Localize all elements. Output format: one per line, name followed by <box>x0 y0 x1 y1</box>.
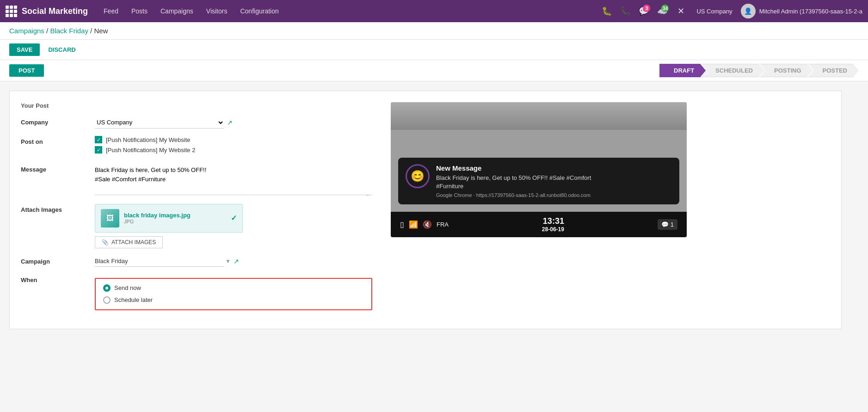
preview-header-bg <box>391 102 687 130</box>
form-left: Your Post Company US Company ↗ <box>21 102 372 318</box>
send-now-radio[interactable] <box>103 284 111 292</box>
status-posted[interactable]: POSTED <box>808 64 859 77</box>
when-value: Send now Schedule later <box>95 274 372 310</box>
poston-label-2: [Push Notifications] My Website 2 <box>106 147 195 154</box>
form-section-title: Your Post <box>21 102 372 109</box>
campaign-label: Campaign <box>21 256 95 265</box>
image-attachment: 🖼 black friday images.jpg JPG ✓ <box>95 204 243 233</box>
discard-button[interactable]: DISCARD <box>44 43 79 56</box>
poston-checkbox-2[interactable]: ✓ <box>95 146 102 154</box>
activity-icon[interactable]: ☁️ 34 <box>655 4 670 18</box>
wifi-icon: 📶 <box>409 220 418 229</box>
status-scheduled[interactable]: SCHEDULED <box>701 64 764 77</box>
send-now-row: Send now <box>103 284 364 292</box>
avatar[interactable]: 👤 <box>741 4 756 18</box>
status-draft[interactable]: DRAFT <box>659 64 706 77</box>
time-display: 13:31 <box>542 216 564 226</box>
breadcrumb-campaign[interactable]: Black Friday <box>50 27 88 35</box>
poston-label-1: [Push Notifications] My Website <box>106 136 191 143</box>
poston-checkbox-1[interactable]: ✓ <box>95 136 102 143</box>
send-now-label: Send now <box>114 284 141 291</box>
date-display: 28-06-19 <box>542 226 564 233</box>
image-type: JPG <box>124 219 226 224</box>
campaign-select-display[interactable]: Black Friday <box>95 256 224 267</box>
menu-visitors[interactable]: Visitors <box>200 0 234 22</box>
form-card: Your Post Company US Company ↗ <box>9 91 842 329</box>
menu-configuration[interactable]: Configuration <box>234 0 285 22</box>
notification-avatar: 😊 <box>406 164 430 188</box>
notification-card: 😊 New Message Black Friday is here, Get … <box>398 158 679 204</box>
message-textarea[interactable]: Black Friday is here, Get up to 50% OFF!… <box>95 164 372 195</box>
image-filename: black friday images.jpg <box>124 212 226 219</box>
company-value: US Company ↗ <box>95 117 372 129</box>
menu-campaigns[interactable]: Campaigns <box>154 0 200 22</box>
user-menu[interactable]: Mitchell Admin (17397560-saas-15-2-a <box>759 8 862 15</box>
schedule-later-label: Schedule later <box>114 296 153 303</box>
attach-images-label: Attach Images <box>21 204 95 213</box>
notification-title: New Message <box>436 164 672 172</box>
paperclip-icon: 📎 <box>102 239 109 246</box>
notification-content: New Message Black Friday is here, Get up… <box>436 164 672 198</box>
image-info: black friday images.jpg JPG <box>124 212 226 224</box>
status-pipeline: DRAFT SCHEDULED POSTING POSTED <box>659 64 859 77</box>
menu-feed[interactable]: Feed <box>97 0 125 22</box>
phone-icon[interactable]: 📞 <box>618 4 633 18</box>
status-posting[interactable]: POSTING <box>760 64 813 77</box>
schedule-later-radio[interactable] <box>103 296 111 304</box>
notification-message: Black Friday is here, Get up to 50% OFF!… <box>436 174 672 191</box>
breadcrumb-bar: Campaigns / Black Friday / New <box>0 22 868 40</box>
company-select-wrapper: US Company ↗ <box>95 117 372 129</box>
breadcrumb-current: New <box>94 27 108 35</box>
image-check-icon: ✓ <box>231 214 237 222</box>
topnav-icons: 🐛 📞 💬 3 ☁️ 34 ✕ US Company 👤 Mitchell Ad… <box>599 4 862 18</box>
when-row: When Send now Schedule later <box>21 274 372 310</box>
campaign-row: Campaign Black Friday ▼ ↗ <box>21 256 372 267</box>
attach-images-row: Attach Images 🖼 black friday images.jpg … <box>21 204 372 248</box>
image-thumbnail: 🖼 <box>101 209 119 228</box>
poston-item-2: ✓ [Push Notifications] My Website 2 <box>95 146 372 154</box>
company-selector[interactable]: US Company <box>692 8 737 15</box>
menu-posts[interactable]: Posts <box>125 0 154 22</box>
attach-images-button[interactable]: 📎 ATTACH IMAGES <box>95 236 163 248</box>
notification-source: Google Chrome · https://17397560-saas-15… <box>436 192 672 198</box>
mute-icon: 🔇 <box>423 220 432 229</box>
bug-icon[interactable]: 🐛 <box>599 4 614 18</box>
company-row: Company US Company ↗ <box>21 117 372 129</box>
message-count: 1 <box>671 221 674 228</box>
locale-label: FRA <box>437 221 449 228</box>
poston-item-1: ✓ [Push Notifications] My Website <box>95 136 372 143</box>
campaign-external-link-icon[interactable]: ↗ <box>234 258 239 265</box>
poston-row: Post on ✓ [Push Notifications] My Websit… <box>21 136 372 156</box>
post-header-bar: POST DRAFT SCHEDULED POSTING POSTED <box>0 60 868 81</box>
app-title: Social Marketing <box>22 6 88 16</box>
message-count-box: 💬 1 <box>658 219 677 230</box>
attach-images-value: 🖼 black friday images.jpg JPG ✓ 📎 ATTACH… <box>95 204 372 248</box>
app-logo[interactable]: Social Marketing <box>6 6 88 17</box>
chat-icon[interactable]: 💬 3 <box>636 4 651 18</box>
campaign-value-wrapper: Black Friday ▼ ↗ <box>95 256 372 267</box>
when-options-box: Send now Schedule later <box>95 278 372 310</box>
message-field-wrapper: Black Friday is here, Get up to 50% OFF!… <box>95 164 372 197</box>
preview-container: 😊 New Message Black Friday is here, Get … <box>391 102 687 237</box>
schedule-later-row: Schedule later <box>103 296 364 304</box>
company-external-link-icon[interactable]: ↗ <box>227 119 233 126</box>
battery-icon: ▯ <box>400 220 404 229</box>
company-label: Company <box>21 117 95 126</box>
activity-badge: 34 <box>661 5 669 12</box>
campaign-select-wrapper: Black Friday ▼ ↗ <box>95 256 372 267</box>
close-icon[interactable]: ✕ <box>673 4 688 18</box>
save-button[interactable]: SAVE <box>9 43 40 56</box>
when-label: When <box>21 274 95 283</box>
campaign-dropdown-icon: ▼ <box>225 258 231 264</box>
breadcrumb: Campaigns / Black Friday / New <box>9 27 859 35</box>
company-select[interactable]: US Company <box>95 117 224 129</box>
breadcrumb-campaigns[interactable]: Campaigns <box>9 27 44 35</box>
post-button[interactable]: POST <box>9 64 44 77</box>
form-right: 😊 New Message Black Friday is here, Get … <box>391 102 696 318</box>
message-label: Message <box>21 164 95 173</box>
grid-icon[interactable] <box>6 6 17 17</box>
notification-header: 😊 New Message Black Friday is here, Get … <box>406 164 672 198</box>
message-row: Message Black Friday is here, Get up to … <box>21 164 372 197</box>
bottom-bar-time: 13:31 28-06-19 <box>542 216 564 233</box>
bottom-bar-icons: ▯ 📶 🔇 FRA <box>400 220 449 229</box>
